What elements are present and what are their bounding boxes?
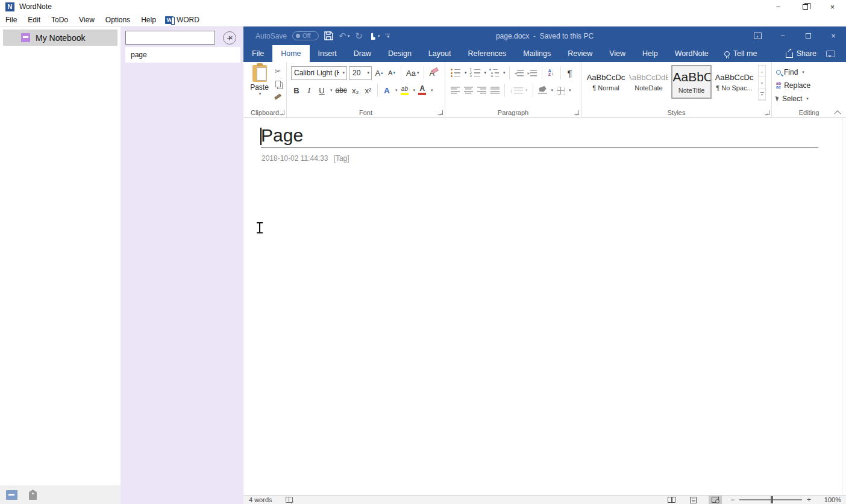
- tab-mailings[interactable]: Mailings: [515, 45, 559, 62]
- shrink-font-button[interactable]: A▾: [386, 66, 397, 80]
- add-page-button[interactable]: +: [223, 31, 236, 45]
- tab-wordnote[interactable]: WordNote: [666, 45, 717, 62]
- font-size-combo[interactable]: 20 ▾: [349, 66, 372, 80]
- chevron-down-icon[interactable]: ▾: [503, 70, 506, 75]
- tab-review[interactable]: Review: [559, 45, 601, 62]
- grow-font-button[interactable]: A▴: [374, 66, 384, 80]
- underline-button[interactable]: U: [316, 84, 327, 98]
- tab-design[interactable]: Design: [380, 45, 420, 62]
- chevron-down-icon[interactable]: ▾: [259, 92, 262, 96]
- new-notebook-icon[interactable]: [6, 490, 17, 500]
- save-button[interactable]: [324, 31, 333, 40]
- tab-help[interactable]: Help: [634, 45, 666, 62]
- word-minimize-button[interactable]: −: [770, 26, 795, 45]
- close-button[interactable]: ×: [819, 0, 846, 13]
- document-title-block[interactable]: Page: [261, 126, 818, 148]
- chevron-down-icon[interactable]: ▾: [551, 88, 554, 93]
- font-color-button[interactable]: A: [417, 84, 428, 98]
- tab-draw[interactable]: Draw: [345, 45, 380, 62]
- gallery-scroll-down-button[interactable]: ▾: [759, 77, 765, 89]
- word-count[interactable]: 4 words: [249, 496, 272, 503]
- cut-button[interactable]: ✂: [272, 66, 283, 76]
- ribbon-display-options-button[interactable]: ▴: [745, 26, 770, 45]
- replace-button[interactable]: abac Replace: [776, 79, 843, 91]
- chevron-down-icon[interactable]: ▾: [465, 70, 467, 75]
- menu-edit[interactable]: Edit: [22, 14, 46, 26]
- undo-button[interactable]: ↶▾: [339, 31, 349, 42]
- notebook-item[interactable]: My Notebook: [3, 30, 118, 46]
- strikethrough-button[interactable]: abc: [334, 84, 348, 98]
- font-name-combo[interactable]: Calibri Light (H ▾: [291, 66, 347, 80]
- bold-button[interactable]: B: [291, 84, 302, 98]
- tab-view[interactable]: View: [601, 45, 634, 62]
- sort-button[interactable]: AZ ↓: [546, 66, 557, 80]
- dialog-launcher-icon[interactable]: [765, 110, 769, 115]
- align-right-button[interactable]: [476, 84, 487, 98]
- text-effects-button[interactable]: A: [381, 84, 392, 98]
- justify-button[interactable]: [489, 84, 501, 98]
- restore-button[interactable]: [792, 0, 819, 13]
- align-left-button[interactable]: [450, 84, 461, 98]
- dialog-launcher-icon[interactable]: [574, 110, 579, 115]
- chevron-down-icon[interactable]: ▾: [569, 88, 571, 93]
- shading-button[interactable]: [537, 84, 548, 98]
- comments-icon[interactable]: [826, 51, 835, 57]
- zoom-slider[interactable]: [739, 499, 802, 500]
- clear-formatting-button[interactable]: A: [428, 66, 439, 80]
- vertical-scrollbar[interactable]: [842, 118, 846, 495]
- tab-layout[interactable]: Layout: [420, 45, 460, 62]
- zoom-percentage[interactable]: 100%: [819, 496, 841, 503]
- redo-button[interactable]: ↻: [355, 31, 363, 42]
- page-list-item[interactable]: page: [125, 47, 240, 63]
- borders-button[interactable]: [555, 84, 566, 98]
- tell-me-box[interactable]: Tell me: [717, 45, 765, 62]
- document-title[interactable]: Page: [261, 125, 303, 145]
- autosave-toggle[interactable]: Off: [292, 31, 319, 40]
- read-mode-button[interactable]: [665, 496, 678, 504]
- tab-file[interactable]: File: [243, 45, 272, 62]
- document-meta[interactable]: 2018-10-02 11:44:33 [Tag]: [262, 154, 349, 163]
- line-spacing-button[interactable]: ↕▾: [509, 84, 529, 98]
- bullets-button[interactable]: [450, 66, 462, 80]
- style-normal[interactable]: AaBbCcDc ¶ Normal: [586, 65, 626, 99]
- numbering-button[interactable]: 1 2 3: [469, 66, 481, 80]
- chevron-down-icon[interactable]: ▾: [330, 88, 333, 93]
- proofing-status-icon[interactable]: [286, 497, 293, 503]
- menu-help[interactable]: Help: [136, 14, 161, 26]
- decrease-indent-button[interactable]: ◂: [513, 66, 525, 80]
- chevron-down-icon[interactable]: ▾: [413, 88, 415, 93]
- word-maximize-button[interactable]: [795, 26, 821, 45]
- word-close-button[interactable]: ×: [821, 26, 846, 45]
- tab-insert[interactable]: Insert: [310, 45, 345, 62]
- minimize-button[interactable]: −: [765, 0, 792, 13]
- chevron-down-icon[interactable]: ▾: [395, 88, 398, 93]
- dialog-launcher-icon[interactable]: [438, 110, 443, 115]
- gallery-scroll-up-button[interactable]: ▴: [759, 66, 765, 77]
- menu-view[interactable]: View: [74, 14, 100, 26]
- highlight-color-button[interactable]: ab: [399, 84, 410, 98]
- customize-qat-button[interactable]: ▾: [385, 34, 390, 38]
- zoom-out-button[interactable]: −: [730, 496, 735, 504]
- style-notetitle[interactable]: AaBbC NoteTitle: [671, 65, 712, 99]
- dialog-launcher-icon[interactable]: [280, 110, 284, 115]
- italic-button[interactable]: I: [304, 84, 315, 98]
- subscript-button[interactable]: x₂: [350, 84, 361, 98]
- collapse-ribbon-icon[interactable]: [835, 110, 840, 114]
- menu-options[interactable]: Options: [100, 14, 136, 26]
- change-case-button[interactable]: Aa▾: [405, 66, 420, 80]
- zoom-in-button[interactable]: +: [807, 496, 811, 504]
- superscript-button[interactable]: x²: [363, 84, 374, 98]
- chevron-down-icon[interactable]: ▾: [484, 70, 487, 75]
- find-button[interactable]: Find ▾: [776, 66, 843, 78]
- increase-indent-button[interactable]: ▸: [527, 66, 538, 80]
- gallery-more-button[interactable]: ▾: [759, 89, 765, 100]
- share-button[interactable]: Share: [781, 49, 821, 58]
- menu-word[interactable]: W WORD: [161, 14, 203, 25]
- tab-home[interactable]: Home: [272, 45, 309, 62]
- format-painter-button[interactable]: [272, 92, 283, 102]
- show-formatting-marks-button[interactable]: ¶: [565, 66, 575, 80]
- multilevel-list-button[interactable]: [488, 66, 500, 80]
- style-nospacing[interactable]: AaBbCcDc ¶ No Spac...: [714, 65, 754, 99]
- chevron-down-icon[interactable]: ▾: [431, 88, 433, 93]
- copy-button[interactable]: [272, 79, 283, 89]
